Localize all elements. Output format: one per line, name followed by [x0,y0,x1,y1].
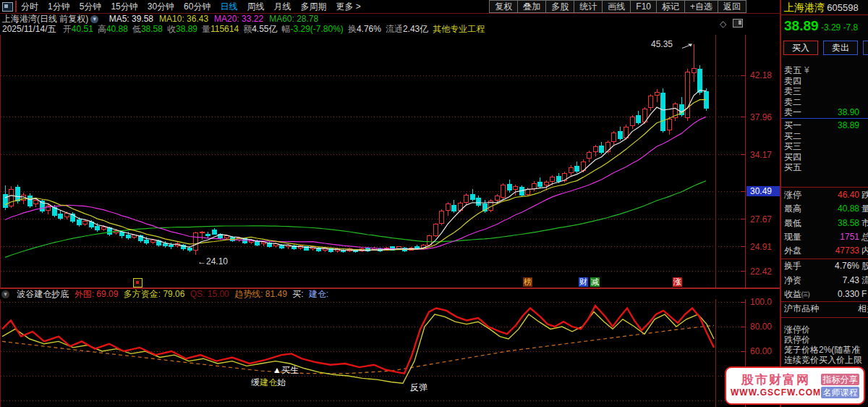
period-tab-4[interactable]: 30分钟 [148,1,174,12]
info-label-2: 低 [132,24,141,34]
info-label-4: 量 [202,24,210,34]
extra-row-0[interactable]: 涨停价 [784,324,868,335]
tool-tab-3[interactable]: 统计 [574,0,603,13]
price-change: -3.29 [821,22,841,33]
extra-row-1[interactable]: 跌停价 [784,335,868,345]
news-marker-icon[interactable] [133,278,142,288]
quote-panel: 上海港湾 605598 38.89 -3.29 -7.8 买入 卖出 卖五¥卖四… [780,0,868,407]
bid-row-2[interactable]: 买二 [784,131,868,141]
indicator-axis-label-2: 60.00 [750,346,780,356]
section-row[interactable]: 沪市品种相关 [784,303,868,314]
stat-row-3[interactable]: 现量1751总 [784,232,868,242]
low-price-annotation: ←24.10 [197,256,228,267]
window-icon[interactable] [2,2,13,12]
panel-stock-name: 上海港湾 [784,1,825,13]
extra-row-3[interactable]: 连续竞价买入价上限 [784,355,868,365]
chart-title-row: 上海港湾(日线 前复权)▾ MA5: 39.58MA10: 36.43MA20:… [0,14,780,24]
tool-tab-4[interactable]: 画线 [602,0,631,13]
tool-tab-5[interactable]: F10 [630,0,657,13]
main-candle-chart[interactable]: 42.1837.9634.1730.4927.6724.9122.42 45.3… [0,35,780,289]
stat-row-2[interactable]: 最低38.58市 [784,218,868,228]
period-tab-10[interactable]: 更多 > [336,1,360,12]
stat-row-0[interactable]: 涨停46.40跌 [784,190,868,200]
sell-button[interactable]: 卖出 [823,41,858,55]
info-value-6: -3.29(-7.80%) [291,24,344,34]
price-axis-label-4: 27.67 [750,214,780,225]
panel-divider-3 [781,301,868,302]
period-tab-1[interactable]: 1分钟 [48,1,70,12]
info-label-0: 开 [63,24,72,34]
info-label-6: 幅 [282,24,291,34]
ask-row-5[interactable]: 卖五¥ [784,65,868,75]
period-tabs: 分时1分钟5分钟15分钟30分钟60分钟日线周线月线多周期更多 > [21,1,370,13]
period-tab-8[interactable]: 月线 [273,1,291,12]
ma-value-3: MA60: 28.78 [269,14,318,24]
period-tab-2[interactable]: 5分钟 [80,1,102,12]
info-value-0: 40.51 [72,24,93,34]
tool-tab-7[interactable]: +自选 [684,0,718,13]
info-label-1: 高 [98,24,106,34]
indicator-axis-label-0: 100.0 [750,297,780,307]
tool-tab-0[interactable]: 复权 [489,0,518,13]
event-marker-2[interactable]: 财 [579,277,588,287]
price-axis-label-0: 42.18 [750,70,780,80]
tool-tab-1[interactable]: 叠加 [517,0,546,13]
stat2-row-0[interactable]: 换手4.76%股 [784,261,868,271]
ask-row-1[interactable]: 卖一38.90 [784,107,868,117]
indicator-values: 波谷建仓抄底 外围: 69.09 多方资金: 79.06 QS: 15.00 趋… [14,289,328,299]
bid-row-1[interactable]: 买一38.89 [784,120,868,130]
ask-row-3[interactable]: 卖三 [784,86,868,96]
extra-row-2[interactable]: 笼子价格2%(随基准 [784,345,868,355]
indicator-header-seg-0: 波谷建仓抄底 [17,289,71,299]
price-axis-label-5: 24.91 [750,242,780,252]
indicator-chart[interactable]: 100.080.0060.00 ▲买生缓建仓始反弹 [0,299,780,407]
period-tab-9[interactable]: 多周期 [300,1,326,12]
price-axis-label-3: 30.49 [746,186,782,196]
event-marker-3[interactable]: 减 [590,277,600,287]
price-axis-label-6: 22.42 [750,267,780,277]
stat2-row-2[interactable]: 收益㈢0.330F [784,289,868,299]
bid-row-4[interactable]: 买四 [784,152,868,162]
ask-row-2[interactable]: 卖二 [784,97,868,107]
period-tab-7[interactable]: 周线 [247,1,264,12]
collapse-icon[interactable]: ▾ [1,290,9,298]
indicator-header-seg-2: 多方资金: 79.06 [124,289,187,299]
period-tab-0[interactable]: 分时 [21,1,38,12]
panel-stock-header[interactable]: 上海港湾 605598 [784,1,859,14]
chevron-down-icon[interactable]: ▾ [90,15,98,23]
stat-row-4[interactable]: 外盘47733内 [784,246,868,256]
info-label-5: 额 [243,24,252,34]
bid-row-5[interactable]: 买五 [784,162,868,172]
period-tab-3[interactable]: 15分钟 [111,1,137,12]
stat2-row-1[interactable]: 净资7.43流 [784,275,868,285]
indicator-header: ▾ 波谷建仓抄底 外围: 69.09 多方资金: 79.06 QS: 15.00… [0,289,780,299]
quote-info-row: 2025/11/14/五 开40.51高40.88低38.58收38.89量11… [0,24,780,35]
price-change-pct: -7.8 [843,22,859,33]
info-label-3: 收 [167,24,176,34]
ask-row-4[interactable]: 卖四 [784,76,868,86]
stock-app-window: 分时1分钟5分钟15分钟30分钟60分钟日线周线月线多周期更多 > 复权叠加多股… [0,0,868,407]
info-label-8: 流通 [386,24,403,34]
indicator-header-seg-1: 外围: 69.09 [75,289,121,299]
indicator-header-seg-6: 建仓: [309,289,328,299]
tool-tabs: 复权叠加多股统计画线F10标记+自选返回 [490,0,746,13]
indicator-header-seg-4: 趋势线: 81.49 [234,289,289,299]
panel-divider-4 [781,317,868,318]
watermark-badge-1: 指标分享 [821,374,859,385]
indicator-header-seg-3: QS: 15.00 [190,289,231,299]
tool-tab-2[interactable]: 多股 [545,0,574,13]
tool-tab-8[interactable]: 返回 [718,0,746,13]
price-axis-label-2: 34.17 [750,150,780,160]
buy-button[interactable]: 买入 [783,41,818,55]
extra-button-clipped[interactable] [863,41,868,55]
event-marker-1[interactable]: 榜 [523,277,532,287]
event-marker-4[interactable]: 涨 [673,277,682,287]
menu-divider [15,1,17,12]
period-tab-5[interactable]: 60分钟 [184,1,210,12]
tool-tab-6[interactable]: 标记 [656,0,685,13]
stat-row-1[interactable]: 最高40.88量 [784,204,868,214]
period-tab-6[interactable]: 日线 [220,1,237,12]
bid-row-3[interactable]: 买三 [784,141,868,151]
price-axis-label-1: 37.96 [750,112,780,122]
ma-value-1: MA10: 36.43 [159,14,208,24]
